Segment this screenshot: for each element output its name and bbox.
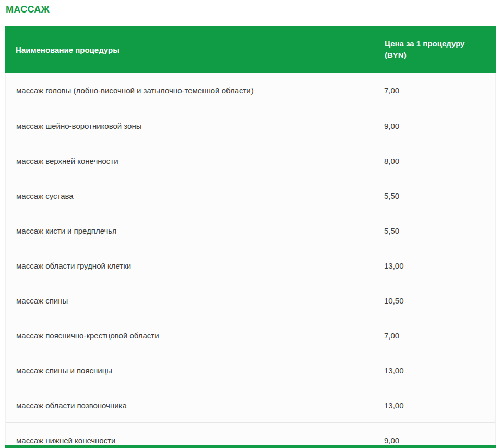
procedure-price: 5,50 xyxy=(374,226,495,235)
procedure-price: 8,00 xyxy=(374,156,495,165)
procedure-name: массаж спины xyxy=(6,296,374,305)
table-row: массаж области позвоночника 13,00 xyxy=(6,388,495,422)
table-row: массаж нижней конечности 9,00 xyxy=(6,422,495,448)
procedure-name: массаж нижней конечности xyxy=(6,436,374,445)
procedure-name: массаж шейно-воротниковой зоны xyxy=(6,122,374,130)
procedure-price: 9,00 xyxy=(374,122,495,130)
procedure-price: 7,00 xyxy=(374,331,495,340)
procedure-price: 10,50 xyxy=(374,296,495,305)
table-header-row: Наименование процедуры Цена за 1 процеду… xyxy=(5,26,496,73)
column-header-price: Цена за 1 процедуру (BYN) xyxy=(374,38,496,61)
procedure-name: массаж кисти и предплечья xyxy=(6,226,374,235)
procedure-price: 13,00 xyxy=(374,366,495,375)
procedure-name: массаж области позвоночника xyxy=(6,401,374,410)
table-row: массаж пояснично-крестцовой области 7,00 xyxy=(6,318,495,353)
table-row: массаж спины 10,50 xyxy=(6,283,495,318)
procedure-price: 13,00 xyxy=(374,401,495,410)
table-row: массаж сустава 5,50 xyxy=(6,178,495,213)
procedure-price: 7,00 xyxy=(374,86,495,95)
price-table: Наименование процедуры Цена за 1 процеду… xyxy=(5,26,496,448)
table-body: массаж головы (лобно-височной и затылочн… xyxy=(5,73,496,448)
next-table-header-strip xyxy=(5,445,496,448)
table-row: массаж головы (лобно-височной и затылочн… xyxy=(6,73,495,108)
page-title: МАССАЖ xyxy=(6,4,50,15)
table-row: массаж кисти и предплечья 5,50 xyxy=(6,213,495,248)
procedure-name: массаж спины и поясницы xyxy=(6,366,374,375)
table-row: массаж верхней конечности 8,00 xyxy=(6,143,495,178)
procedure-name: массаж головы (лобно-височной и затылочн… xyxy=(6,86,374,95)
procedure-name: массаж верхней конечности xyxy=(6,156,374,165)
table-row: массаж области грудной клетки 13,00 xyxy=(6,248,495,283)
procedure-price: 5,50 xyxy=(374,191,495,200)
table-row: массаж шейно-воротниковой зоны 9,00 xyxy=(6,108,495,143)
column-header-procedure-name: Наименование процедуры xyxy=(5,45,374,54)
procedure-name: массаж сустава xyxy=(6,191,374,200)
procedure-name: массаж пояснично-крестцовой области xyxy=(6,331,374,340)
procedure-price: 9,00 xyxy=(374,436,495,445)
procedure-price: 13,00 xyxy=(374,261,495,270)
table-row: массаж спины и поясницы 13,00 xyxy=(6,353,495,388)
procedure-name: массаж области грудной клетки xyxy=(6,261,374,270)
column-header-price-label: Цена за 1 процедуру (BYN) xyxy=(385,38,474,61)
